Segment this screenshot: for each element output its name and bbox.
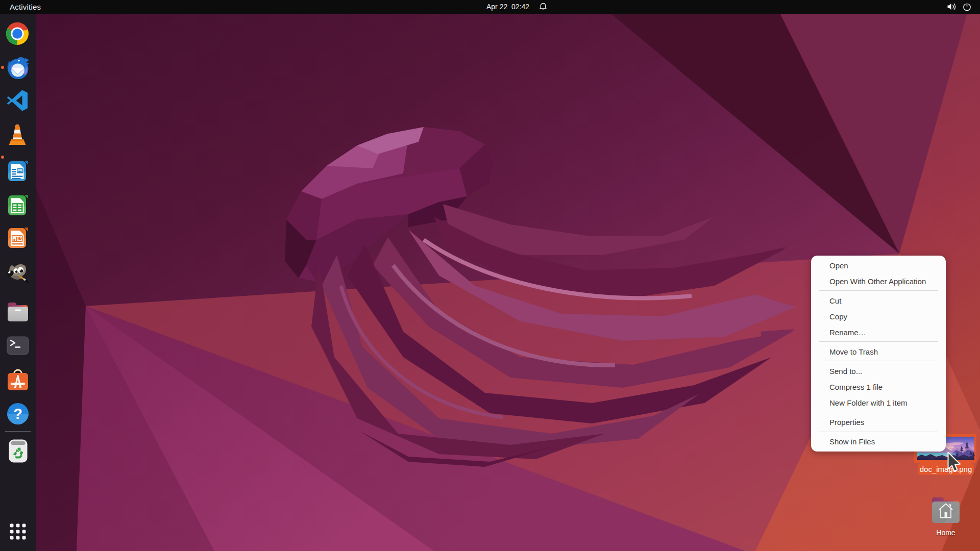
svg-text:?: ? [13, 406, 22, 422]
